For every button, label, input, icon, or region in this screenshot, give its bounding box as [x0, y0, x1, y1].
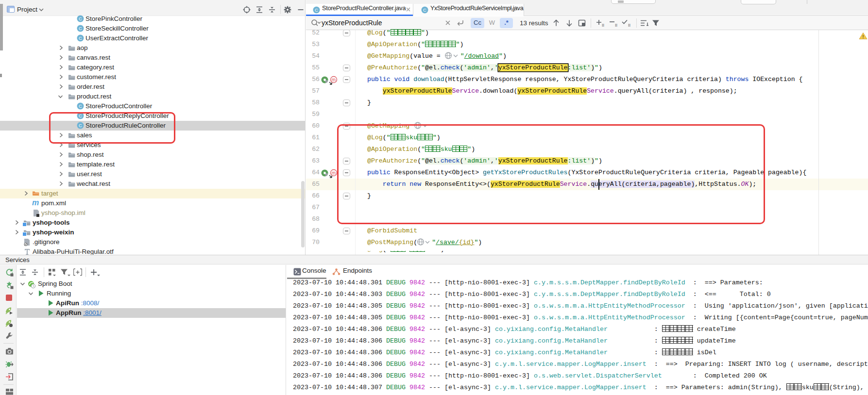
svg-text:C: C [315, 7, 318, 13]
svg-text:m: m [332, 77, 336, 82]
svg-text:II: II [628, 23, 630, 28]
svg-text:m: m [332, 170, 336, 176]
svg-text:II: II [602, 23, 604, 28]
svg-text:II: II [615, 23, 617, 28]
svg-text:C: C [423, 7, 426, 13]
